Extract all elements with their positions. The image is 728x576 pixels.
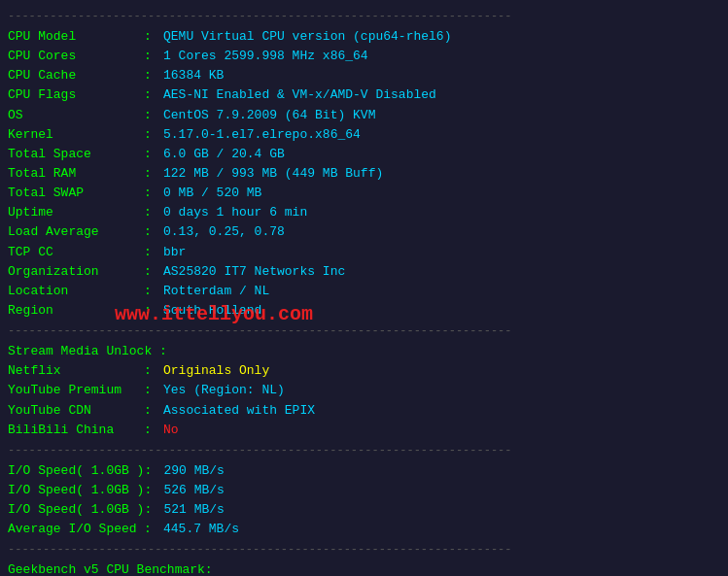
label-bilibili: BiliBili China <box>8 421 144 440</box>
value-kernel: 5.17.0-1.el7.elrepo.x86_64 <box>163 125 361 145</box>
label-io-speed-3: I/O Speed( 1.0GB ) <box>8 500 144 520</box>
label-kernel: Kernel <box>8 125 144 145</box>
row-youtube-premium: YouTube Premium : Yes (Region: NL) <box>8 381 720 400</box>
terminal-output: ----------------------------------------… <box>8 10 720 576</box>
label-io-speed-1: I/O Speed( 1.0GB ) <box>8 461 144 481</box>
row-total-ram: Total RAM : 122 MB / 993 MB (449 MB Buff… <box>8 164 720 184</box>
label-total-space: Total Space <box>8 145 144 164</box>
value-tcp-cc: bbr <box>163 243 186 262</box>
row-avg-io-speed: Average I/O Speed : 445.7 MB/s <box>8 520 720 539</box>
value-total-ram: 122 MB / 993 MB (449 MB Buff) <box>163 164 383 184</box>
label-cpu-flags: CPU Flags <box>8 85 144 105</box>
value-location: Rotterdam / NL <box>163 282 269 301</box>
row-cpu-cores: CPU Cores : 1 Cores 2599.998 MHz x86_64 <box>8 47 720 66</box>
value-bilibili: No <box>163 421 179 440</box>
row-youtube-cdn: YouTube CDN : Associated with EPIX <box>8 401 720 421</box>
label-uptime: Uptime <box>8 203 144 222</box>
value-youtube-cdn: Associated with EPIX <box>163 401 315 421</box>
label-tcp-cc: TCP CC <box>8 243 144 262</box>
stream-media-title: Stream Media Unlock : <box>8 342 720 361</box>
value-load-average: 0.13, 0.25, 0.78 <box>163 222 285 242</box>
value-io-speed-3: 521 MB/s <box>163 500 224 520</box>
value-cpu-flags: AES-NI Enabled & VM-x/AMD-V Disabled <box>163 85 436 105</box>
label-cpu-cores: CPU Cores <box>8 47 144 66</box>
row-io-speed-1: I/O Speed( 1.0GB ) : 290 MB/s <box>8 461 720 481</box>
value-cpu-model: QEMU Virtual CPU version (cpu64-rhel6) <box>163 27 451 47</box>
value-uptime: 0 days 1 hour 6 min <box>163 203 307 222</box>
label-cpu-model: CPU Model <box>8 27 144 47</box>
row-total-space: Total Space : 6.0 GB / 20.4 GB <box>8 145 720 164</box>
value-youtube-premium: Yes (Region: NL) <box>163 381 285 400</box>
row-cpu-flags: CPU Flags : AES-NI Enabled & VM-x/AMD-V … <box>8 85 720 105</box>
value-os: CentOS 7.9.2009 (64 Bit) KVM <box>163 106 375 125</box>
value-io-speed-2: 526 MB/s <box>163 481 224 500</box>
value-io-speed-1: 290 MB/s <box>163 461 224 481</box>
benchmark-label: Geekbench v5 CPU Benchmark: <box>8 560 213 576</box>
label-total-swap: Total SWAP <box>8 184 144 203</box>
value-cpu-cores: 1 Cores 2599.998 MHz x86_64 <box>163 47 368 66</box>
label-region: Region <box>8 301 144 321</box>
divider-bench-top: ----------------------------------------… <box>8 543 720 557</box>
value-total-space: 6.0 GB / 20.4 GB <box>163 145 285 164</box>
benchmark-title: Geekbench v5 CPU Benchmark: <box>8 560 720 576</box>
value-cpu-cache: 16384 KB <box>163 66 224 85</box>
row-netflix: Netflix : Originals Only <box>8 361 720 381</box>
label-cpu-cache: CPU Cache <box>8 66 144 85</box>
row-total-swap: Total SWAP : 0 MB / 520 MB <box>8 184 720 203</box>
label-os: OS <box>8 106 144 125</box>
value-total-swap: 0 MB / 520 MB <box>163 184 261 203</box>
value-region: South Holland <box>163 301 261 321</box>
row-cpu-cache: CPU Cache : 16384 KB <box>8 66 720 85</box>
label-youtube-premium: YouTube Premium <box>8 381 144 400</box>
value-netflix: Originals Only <box>163 361 269 381</box>
divider-top: ----------------------------------------… <box>8 10 720 23</box>
label-load-average: Load Average <box>8 222 144 242</box>
row-cpu-model: CPU Model : QEMU Virtual CPU version (cp… <box>8 27 720 47</box>
label-total-ram: Total RAM <box>8 164 144 184</box>
row-location: Location : Rotterdam / NL <box>8 282 720 301</box>
row-tcp-cc: TCP CC : bbr <box>8 243 720 262</box>
row-region: Region : South Holland www.ittellyou.com <box>8 301 720 321</box>
label-avg-io-speed: Average I/O Speed <box>8 520 144 539</box>
row-load-average: Load Average : 0.13, 0.25, 0.78 <box>8 222 720 242</box>
row-os: OS : CentOS 7.9.2009 (64 Bit) KVM <box>8 106 720 125</box>
divider-media-top: ----------------------------------------… <box>8 324 720 338</box>
row-organization: Organization : AS25820 IT7 Networks Inc <box>8 262 720 282</box>
row-io-speed-2: I/O Speed( 1.0GB ) : 526 MB/s <box>8 481 720 500</box>
divider-io-top: ----------------------------------------… <box>8 444 720 457</box>
value-organization: AS25820 IT7 Networks Inc <box>163 262 345 282</box>
row-io-speed-3: I/O Speed( 1.0GB ) : 521 MB/s <box>8 500 720 520</box>
label-organization: Organization <box>8 262 144 282</box>
row-bilibili: BiliBili China : No <box>8 421 720 440</box>
label-io-speed-2: I/O Speed( 1.0GB ) <box>8 481 144 500</box>
row-kernel: Kernel : 5.17.0-1.el7.elrepo.x86_64 <box>8 125 720 145</box>
stream-media-label: Stream Media Unlock : <box>8 342 167 361</box>
row-uptime: Uptime : 0 days 1 hour 6 min <box>8 203 720 222</box>
label-youtube-cdn: YouTube CDN <box>8 401 144 421</box>
label-netflix: Netflix <box>8 361 144 381</box>
label-location: Location <box>8 282 144 301</box>
value-avg-io-speed: 445.7 MB/s <box>163 520 239 539</box>
